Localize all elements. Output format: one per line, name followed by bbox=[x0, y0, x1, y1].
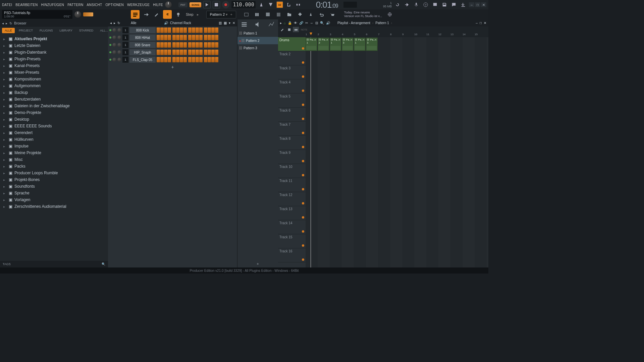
tree-item[interactable]: ▸▣Vorlagen bbox=[0, 196, 108, 203]
channel-pan-knob[interactable] bbox=[112, 36, 116, 40]
channel-name-button[interactable]: 808 HiHat bbox=[129, 35, 156, 41]
menu-bearbeiten[interactable]: BEARBEITEN bbox=[15, 3, 38, 7]
maximize-button[interactable]: □ bbox=[475, 2, 480, 7]
plist-max-button[interactable]: □ bbox=[480, 21, 482, 25]
plugin-icon[interactable] bbox=[296, 10, 305, 19]
step-button[interactable] bbox=[172, 42, 176, 48]
loop-icon[interactable] bbox=[285, 1, 292, 8]
browser-tab-starred[interactable]: STARRED bbox=[76, 28, 96, 33]
step-button[interactable] bbox=[168, 42, 171, 48]
chat-icon[interactable] bbox=[450, 1, 458, 8]
stop-button[interactable] bbox=[213, 1, 220, 8]
playlist-tools[interactable]: NOTE bbox=[278, 26, 488, 33]
tree-item[interactable]: ▸▣Aktuelles Projekt bbox=[0, 36, 108, 42]
rack-filter[interactable]: Alle bbox=[131, 21, 137, 25]
chain-icon[interactable]: 🔗 bbox=[299, 21, 303, 25]
refresh-icon[interactable]: ↻ bbox=[9, 21, 12, 25]
tree-item[interactable]: ▸▣Benutzerdaten bbox=[0, 96, 108, 103]
step-button[interactable] bbox=[208, 57, 211, 62]
channel-pan-knob[interactable] bbox=[112, 50, 116, 54]
pattern-clip[interactable]: ⊟ Pa..n 1 bbox=[330, 38, 341, 51]
render-icon[interactable] bbox=[431, 1, 439, 8]
playlist-crumb[interactable]: Pattern 1 bbox=[375, 21, 389, 25]
browser-tab-plugins[interactable]: PLUGINS bbox=[37, 28, 56, 33]
menu-hilfe[interactable]: HILFE bbox=[153, 3, 163, 7]
download-icon[interactable] bbox=[460, 1, 467, 8]
step-button[interactable] bbox=[208, 35, 211, 40]
draw-tool-icon[interactable] bbox=[279, 27, 285, 32]
browser-tab-library[interactable]: LIBRARY bbox=[57, 28, 75, 33]
browser-tab-project[interactable]: PROJECT bbox=[16, 28, 36, 33]
channel-enable-led[interactable] bbox=[109, 37, 111, 39]
tempo-display[interactable]: 110.000 bbox=[231, 1, 255, 8]
track-header[interactable]: Track 11 bbox=[278, 178, 306, 192]
speaker-icon[interactable]: 🔊 bbox=[164, 21, 168, 25]
step-button[interactable] bbox=[160, 57, 164, 62]
view-channel-button[interactable] bbox=[264, 10, 272, 19]
tree-item[interactable]: ▸▣Meine Projekte bbox=[0, 149, 108, 156]
time-display[interactable]: 0:01:09 bbox=[316, 0, 338, 10]
tree-item[interactable]: ▸▣Desktop bbox=[0, 116, 108, 123]
step-button[interactable] bbox=[199, 35, 203, 40]
tree-item[interactable]: ▸▣EEEE EEEE Sounds bbox=[0, 123, 108, 129]
picker-pattern[interactable]: ▸Pattern 2 bbox=[237, 37, 278, 44]
channel-mixer-track[interactable]: 1 bbox=[122, 42, 128, 48]
speaker2-icon[interactable]: 🔊 bbox=[326, 21, 330, 25]
step-button[interactable] bbox=[180, 27, 183, 33]
channel-vol-knob[interactable] bbox=[117, 28, 121, 32]
menu-datei[interactable]: DATEI bbox=[2, 3, 12, 7]
playhead-marker[interactable] bbox=[310, 33, 312, 35]
tree-item[interactable]: ▸▣Letzte Dateien bbox=[0, 42, 108, 49]
keyboard-tool-icon[interactable] bbox=[293, 27, 299, 32]
track-led[interactable] bbox=[302, 89, 304, 92]
step-button[interactable] bbox=[157, 27, 160, 33]
step-button[interactable] bbox=[164, 27, 167, 33]
pattern-clip[interactable]: ⊟ Pa..n 3 bbox=[342, 38, 354, 51]
arrows-icon[interactable]: ↔ bbox=[310, 21, 313, 25]
channel-name-button[interactable]: 808 Snare bbox=[129, 42, 156, 48]
step-button[interactable] bbox=[164, 42, 167, 48]
track-header[interactable]: Track 12 bbox=[278, 192, 306, 206]
tree-item[interactable]: ▸▣Projekt-Bones bbox=[0, 176, 108, 183]
step-button[interactable] bbox=[157, 57, 160, 62]
tree-item[interactable]: ▸▣Misc bbox=[0, 156, 108, 163]
step-button[interactable] bbox=[188, 27, 192, 33]
step-button[interactable] bbox=[180, 42, 183, 48]
step-button[interactable] bbox=[168, 27, 171, 33]
step-button[interactable] bbox=[215, 35, 218, 40]
track-headers[interactable]: DrumsTrack 2Track 3Track 4Track 5Track 6… bbox=[278, 37, 306, 267]
step-button[interactable] bbox=[199, 42, 203, 48]
zoom-in-icon[interactable]: 🔍 bbox=[320, 21, 324, 25]
step-button[interactable] bbox=[188, 50, 192, 55]
channel-mixer-track[interactable]: 1 bbox=[122, 27, 128, 33]
step-button[interactable] bbox=[172, 50, 176, 55]
step-button[interactable] bbox=[176, 35, 179, 40]
channel-name-button[interactable]: HIP_Snaph bbox=[129, 49, 156, 55]
menu-werkzeuge[interactable]: WERKZEUGE bbox=[127, 3, 150, 7]
pattern-clip[interactable]: ⊟ Pa..n 1 bbox=[354, 38, 366, 51]
step-button[interactable] bbox=[215, 42, 218, 48]
pattern-selector[interactable]: Pattern 2 ▾ + bbox=[206, 11, 236, 18]
pattern-clip[interactable]: ⊟ Pa..n 1 bbox=[306, 38, 317, 51]
step-button[interactable] bbox=[164, 35, 167, 40]
track-led[interactable] bbox=[302, 132, 304, 134]
step-view-icon[interactable]: ▦ bbox=[224, 21, 227, 25]
channel-mixer-track[interactable]: 1 bbox=[122, 35, 128, 41]
step-button[interactable] bbox=[172, 57, 176, 62]
undo-icon[interactable] bbox=[317, 10, 326, 19]
track-led[interactable] bbox=[302, 174, 304, 176]
step-button[interactable] bbox=[192, 42, 195, 48]
browser-tree[interactable]: ▸▣Aktuelles Projekt▸▣Letzte Dateien▸▣Plu… bbox=[0, 34, 108, 261]
track-header[interactable]: Track 9 bbox=[278, 150, 306, 164]
tree-item[interactable]: ▸▣Kompositionen bbox=[0, 76, 108, 82]
link-icon[interactable] bbox=[163, 10, 172, 19]
close-button[interactable]: ✕ bbox=[481, 2, 486, 7]
track-header[interactable]: Track 8 bbox=[278, 136, 306, 150]
step-button[interactable] bbox=[180, 35, 183, 40]
picker-list[interactable]: Pattern 1▸Pattern 2Pattern 3 bbox=[237, 29, 278, 52]
step-button[interactable] bbox=[199, 50, 203, 55]
rack-play-icon[interactable]: ▸ bbox=[114, 21, 115, 25]
step-button[interactable] bbox=[199, 27, 203, 33]
view-browser-button[interactable] bbox=[285, 10, 294, 19]
tree-item[interactable]: ▸▣Aufgenommen bbox=[0, 82, 108, 89]
